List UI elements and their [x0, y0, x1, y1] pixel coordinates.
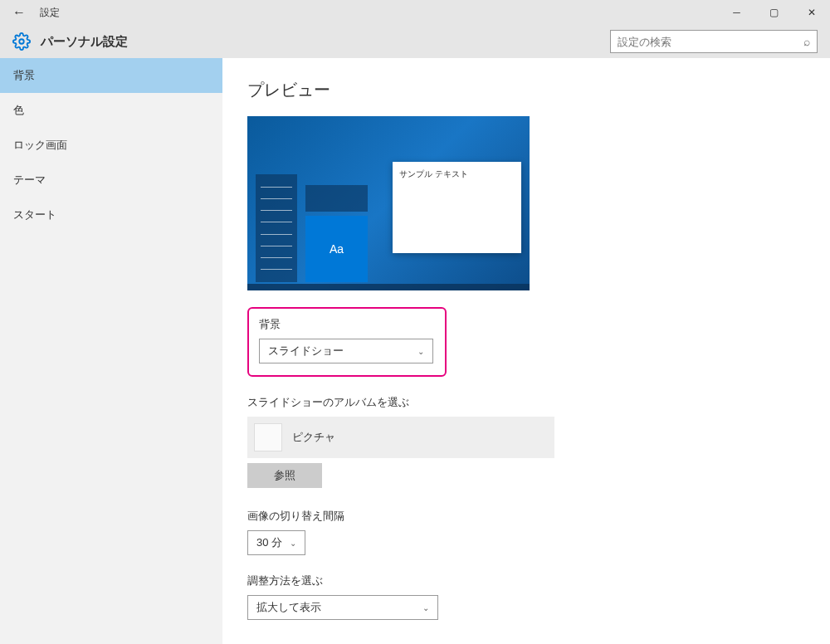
- minimize-button[interactable]: ─: [718, 0, 755, 25]
- interval-label: 画像の切り替え間隔: [247, 509, 805, 524]
- album-thumbnail: [254, 423, 282, 451]
- background-dropdown[interactable]: スライドショー ⌄: [259, 339, 433, 363]
- fit-dropdown[interactable]: 拡大して表示 ⌄: [247, 595, 438, 620]
- preview-window: サンプル テキスト: [393, 162, 521, 253]
- back-button[interactable]: ←: [7, 5, 32, 20]
- interval-dropdown-value: 30 分: [256, 535, 282, 550]
- chevron-down-icon: ⌄: [290, 539, 296, 548]
- preview-taskbar: [247, 284, 530, 290]
- desktop-preview: Aa サンプル テキスト: [247, 116, 530, 290]
- search-icon: ⌕: [803, 35, 810, 48]
- preview-window-text: サンプル テキスト: [399, 168, 515, 180]
- close-button[interactable]: ✕: [793, 0, 830, 25]
- gear-icon: [12, 32, 31, 51]
- sidebar-item-start[interactable]: スタート: [0, 198, 222, 232]
- maximize-button[interactable]: ▢: [755, 0, 793, 25]
- sidebar-item-theme[interactable]: テーマ: [0, 163, 222, 198]
- chevron-down-icon: ⌄: [422, 603, 429, 612]
- page-title: パーソナル設定: [41, 34, 128, 50]
- window-controls: ─ ▢ ✕: [718, 0, 830, 25]
- sidebar-item-color[interactable]: 色: [0, 93, 222, 128]
- preview-start-menu: [256, 174, 297, 282]
- svg-point-0: [19, 39, 24, 44]
- content: プレビュー Aa サンプル テキスト 背景 スライドショー ⌄ スライドショーの…: [222, 58, 830, 644]
- background-dropdown-value: スライドショー: [268, 344, 344, 359]
- sidebar: 背景 色 ロック画面 テーマ スタート: [0, 58, 222, 644]
- album-selection[interactable]: ピクチャ: [247, 417, 554, 458]
- album-label: スライドショーのアルバムを選ぶ: [247, 395, 805, 410]
- search-box[interactable]: ⌕: [610, 30, 818, 53]
- search-input[interactable]: [618, 36, 803, 48]
- preview-tile-small: [305, 185, 368, 212]
- chevron-down-icon: ⌄: [417, 347, 424, 356]
- background-setting-highlight: 背景 スライドショー ⌄: [247, 307, 447, 377]
- interval-dropdown[interactable]: 30 分 ⌄: [247, 530, 305, 555]
- window-title: 設定: [40, 6, 60, 20]
- sidebar-item-background[interactable]: 背景: [0, 58, 222, 93]
- titlebar: ← 設定 ─ ▢ ✕: [0, 0, 830, 25]
- album-name: ピクチャ: [292, 430, 335, 445]
- preview-heading: プレビュー: [247, 79, 805, 101]
- preview-tile: Aa: [305, 216, 368, 282]
- header: パーソナル設定 ⌕: [0, 25, 830, 58]
- fit-dropdown-value: 拡大して表示: [256, 600, 321, 615]
- fit-label: 調整方法を選ぶ: [247, 573, 805, 588]
- sidebar-item-lockscreen[interactable]: ロック画面: [0, 128, 222, 163]
- background-label: 背景: [259, 317, 435, 332]
- browse-button[interactable]: 参照: [247, 463, 322, 488]
